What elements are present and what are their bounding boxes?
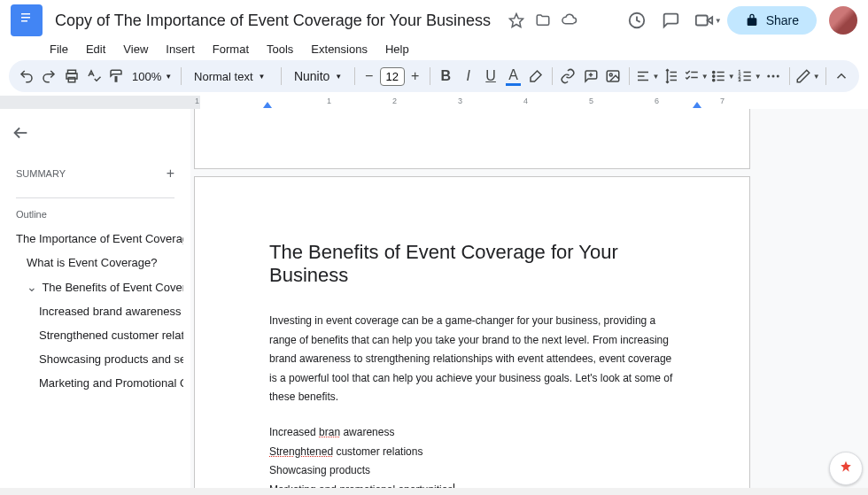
spelling-error[interactable]: bran	[319, 426, 340, 438]
body-paragraph[interactable]: Investing in event coverage can be a gam…	[269, 312, 675, 407]
comments-icon[interactable]	[660, 10, 681, 31]
svg-point-25	[712, 75, 714, 77]
checklist-button[interactable]: ▼	[684, 64, 709, 89]
svg-point-35	[768, 75, 771, 78]
collapse-icon[interactable]: ⌄	[27, 280, 37, 294]
svg-rect-1	[21, 17, 30, 19]
font-family-select[interactable]: Nunito▼	[287, 67, 349, 85]
align-button[interactable]: ▼	[635, 64, 660, 89]
ruler-tick: 4	[523, 97, 528, 105]
outline-item[interactable]: What is Event Coverage?	[7, 251, 183, 275]
spelling-error[interactable]: Strenghtened	[269, 445, 333, 458]
account-avatar[interactable]	[829, 6, 857, 35]
body-line[interactable]: Strenghtened customer relations	[269, 443, 675, 462]
paint-format-button[interactable]	[106, 64, 127, 89]
share-button[interactable]: Share	[727, 6, 817, 35]
body-line[interactable]: Showcasing products	[269, 461, 675, 481]
svg-point-36	[772, 75, 775, 78]
title-status-icons	[508, 12, 577, 28]
toolbar: 100%▼ Normal text▼ Nunito▼ − + B I U A ▼…	[9, 60, 859, 92]
ruler-tick: 1	[195, 97, 199, 105]
ruler-indent-right[interactable]	[693, 102, 701, 108]
meet-icon[interactable]: ▼	[694, 10, 715, 31]
ruler-indent-left[interactable]	[263, 102, 272, 108]
italic-button[interactable]: I	[458, 64, 478, 89]
star-icon[interactable]	[508, 12, 524, 28]
svg-rect-0	[21, 13, 30, 15]
more-options-button[interactable]	[763, 64, 784, 89]
zoom-select[interactable]: 100%▼	[128, 68, 175, 85]
numbered-list-button[interactable]: 123▼	[737, 64, 762, 89]
ruler-tick: 7	[720, 97, 725, 105]
menu-help[interactable]: Help	[378, 41, 416, 55]
explore-button[interactable]	[829, 452, 863, 485]
svg-point-13	[609, 73, 612, 76]
outline-label: Outline	[7, 205, 183, 227]
outline-collapse-button[interactable]	[7, 120, 183, 150]
cloud-status-icon[interactable]	[562, 12, 577, 28]
horizontal-ruler[interactable]: 1 1 2 3 4 5 6 7	[200, 96, 868, 109]
spellcheck-button[interactable]	[83, 64, 104, 89]
ruler-tick: 3	[458, 97, 462, 105]
fontsize-increase[interactable]: +	[407, 64, 424, 89]
outline-panel: Summary + Outline The Importance of Even…	[0, 109, 190, 495]
ruler-tick: 6	[655, 97, 659, 105]
insert-image-button[interactable]	[602, 64, 623, 89]
heading-2[interactable]: The Benefits of Event Coverage for Your …	[269, 241, 675, 287]
ruler-tick: 1	[327, 97, 331, 105]
title-bar: Copy of The Importance of Event Coverage…	[0, 0, 868, 41]
menu-extensions[interactable]: Extensions	[304, 41, 375, 55]
highlight-color-button[interactable]	[525, 64, 546, 89]
insert-comment-button[interactable]	[580, 64, 601, 89]
menu-format[interactable]: Format	[205, 41, 256, 55]
previous-page-edge	[194, 109, 750, 169]
collapse-toolbar-button[interactable]	[832, 64, 852, 89]
fontsize-input[interactable]	[380, 67, 405, 86]
share-label: Share	[766, 13, 799, 27]
body-line[interactable]: Increased bran awareness	[269, 423, 675, 443]
svg-text:3: 3	[738, 77, 740, 82]
undo-button[interactable]	[16, 64, 36, 89]
svg-point-27	[712, 79, 714, 81]
menu-view[interactable]: View	[116, 41, 155, 55]
menu-tools[interactable]: Tools	[260, 41, 300, 55]
outline-item[interactable]: The Importance of Event Coverage	[7, 227, 183, 251]
menu-insert[interactable]: Insert	[159, 41, 202, 55]
outline-item[interactable]: Increased brand awareness	[7, 299, 183, 323]
svg-point-37	[777, 75, 779, 78]
outline-item[interactable]: Showcasing products and services	[7, 347, 183, 371]
menu-edit[interactable]: Edit	[79, 41, 112, 55]
svg-point-23	[712, 71, 714, 73]
history-icon[interactable]	[626, 10, 647, 31]
outline-item-label: The Benefits of Event Coverage	[42, 281, 183, 294]
horizontal-scrollbar[interactable]	[0, 488, 868, 495]
bold-button[interactable]: B	[436, 64, 456, 89]
redo-button[interactable]	[38, 64, 58, 89]
editing-mode-button[interactable]: ▼	[795, 64, 820, 89]
outline-item[interactable]: Strengthened customer relations	[7, 323, 183, 347]
document-page[interactable]: The Benefits of Event Coverage for Your …	[194, 176, 750, 495]
print-button[interactable]	[61, 64, 81, 89]
summary-add-button[interactable]: +	[167, 166, 174, 182]
paragraph-style-select[interactable]: Normal text▼	[187, 68, 275, 85]
bulleted-list-button[interactable]: ▼	[710, 64, 735, 89]
text-color-button[interactable]: A	[503, 64, 523, 89]
line-spacing-button[interactable]	[661, 64, 681, 89]
svg-marker-3	[509, 14, 523, 27]
docs-icon[interactable]	[11, 4, 43, 36]
document-canvas[interactable]: The Benefits of Event Coverage for Your …	[190, 109, 868, 495]
svg-rect-2	[21, 20, 27, 22]
ruler-tick: 2	[392, 97, 397, 105]
move-icon[interactable]	[535, 12, 551, 28]
fontsize-decrease[interactable]: −	[360, 64, 378, 89]
menu-file[interactable]: File	[43, 41, 75, 55]
underline-button[interactable]: U	[480, 64, 500, 89]
ruler-tick: 5	[589, 97, 593, 105]
outline-item[interactable]: Marketing and Promotional Opportunities	[7, 371, 183, 395]
outline-item[interactable]: ⌄ The Benefits of Event Coverage	[7, 275, 183, 299]
insert-link-button[interactable]	[557, 64, 577, 89]
document-title[interactable]: Copy of The Importance of Event Coverage…	[50, 10, 496, 32]
svg-rect-5	[695, 16, 707, 26]
menu-bar: File Edit View Insert Format Tools Exten…	[0, 41, 868, 60]
summary-label: Summary	[16, 168, 66, 179]
